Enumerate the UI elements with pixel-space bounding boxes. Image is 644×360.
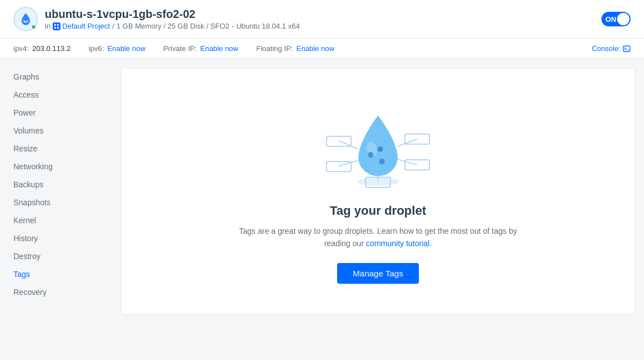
project-name: Default Project <box>62 22 110 30</box>
separator1: / <box>112 22 114 30</box>
svg-rect-1 <box>57 24 59 26</box>
community-tutorial-link[interactable]: community tutorial. <box>366 239 432 248</box>
private-ip-label: Private IP: <box>164 44 197 53</box>
sidebar-item-resize[interactable]: Resize <box>0 140 112 158</box>
private-ip-item: Private IP: Enable now <box>164 44 239 53</box>
project-icon <box>53 22 60 30</box>
page-header: ubuntu-s-1vcpu-1gb-sfo2-02 in Default Pr… <box>0 0 644 39</box>
header-left: ubuntu-s-1vcpu-1gb-sfo2-02 in Default Pr… <box>13 7 300 31</box>
droplet-svg-icon <box>18 12 33 26</box>
header-title-block: ubuntu-s-1vcpu-1gb-sfo2-02 in Default Pr… <box>45 8 300 30</box>
sidebar-item-history[interactable]: History <box>0 229 112 247</box>
status-indicator <box>31 25 36 29</box>
svg-point-20 <box>377 146 383 152</box>
sidebar-item-backups[interactable]: Backups <box>0 176 112 193</box>
svg-line-10 <box>398 139 417 146</box>
power-toggle-container[interactable]: ON <box>601 12 631 26</box>
ipv4-value: 203.0.113.2 <box>32 44 71 53</box>
svg-point-18 <box>368 152 374 158</box>
tag-description: Tags are a great way to group droplets. … <box>232 225 524 250</box>
droplet-name: ubuntu-s-1vcpu-1gb-sfo2-02 <box>45 8 300 21</box>
tags-content-card: Tag your droplet Tags are a great way to… <box>121 68 635 315</box>
ipv6-label: ipv6: <box>88 44 104 53</box>
sidebar-item-power[interactable]: Power <box>0 104 112 122</box>
os-text: Ubuntu 18.04.1 x64 <box>236 22 300 30</box>
toggle-knob <box>617 13 629 25</box>
private-ip-enable-link[interactable]: Enable now <box>200 44 239 53</box>
tags-svg-illustration <box>322 99 434 188</box>
floating-ip-enable-link[interactable]: Enable now <box>296 44 334 53</box>
ipv4-item: ipv4: 203.0.113.2 <box>13 44 71 53</box>
ipv4-label: ipv4: <box>13 44 29 53</box>
sidebar-item-access[interactable]: Access <box>0 86 112 104</box>
main-content: Tag your droplet Tags are a great way to… <box>112 59 644 352</box>
svg-line-8 <box>339 141 358 149</box>
svg-rect-0 <box>54 24 56 26</box>
project-link[interactable]: Default Project <box>53 22 110 30</box>
floating-ip-item: Floating IP: Enable now <box>256 44 335 53</box>
ip-bar: ipv4: 203.0.113.2 ipv6: Enable now Priva… <box>0 39 644 59</box>
manage-tags-button[interactable]: Manage Tags <box>337 263 419 284</box>
svg-point-19 <box>379 159 385 164</box>
tags-illustration <box>322 99 434 190</box>
floating-ip-label: Floating IP: <box>256 44 293 53</box>
separator2: - <box>232 22 234 30</box>
console-icon <box>623 45 631 53</box>
sidebar-item-snapshots[interactable]: Snapshots <box>0 193 112 211</box>
console-label: Console: <box>592 44 620 53</box>
console-link[interactable]: Console: <box>592 44 631 53</box>
svg-rect-14 <box>326 161 351 172</box>
sidebar-item-destroy[interactable]: Destroy <box>0 247 112 265</box>
header-subtitle: in Default Project / 1 GB Memory / 25 GB… <box>45 22 300 30</box>
tag-your-droplet-title: Tag your droplet <box>330 204 426 218</box>
sidebar: Graphs Access Power Volumes Resize Netwo… <box>0 59 112 352</box>
sidebar-item-recovery[interactable]: Recovery <box>0 283 112 301</box>
power-toggle[interactable]: ON <box>601 12 631 26</box>
ipv6-item: ipv6: Enable now <box>88 44 145 53</box>
svg-rect-3 <box>57 27 59 29</box>
specs-text: 1 GB Memory / 25 GB Disk / SFO2 <box>116 22 230 30</box>
in-label: in <box>45 22 50 30</box>
ipv6-enable-link[interactable]: Enable now <box>108 44 146 53</box>
sidebar-item-graphs[interactable]: Graphs <box>0 68 112 86</box>
droplet-avatar <box>13 7 38 31</box>
sidebar-item-networking[interactable]: Networking <box>0 158 112 176</box>
community-tutorial-text: community tutorial. <box>366 239 432 248</box>
sidebar-item-tags[interactable]: Tags <box>0 265 112 283</box>
project-svg <box>54 24 59 29</box>
toggle-label: ON <box>605 15 617 24</box>
sidebar-item-volumes[interactable]: Volumes <box>0 122 112 140</box>
sidebar-item-kernel[interactable]: Kernel <box>0 211 112 229</box>
svg-rect-2 <box>54 27 56 29</box>
page-layout: Graphs Access Power Volumes Resize Netwo… <box>0 59 644 352</box>
